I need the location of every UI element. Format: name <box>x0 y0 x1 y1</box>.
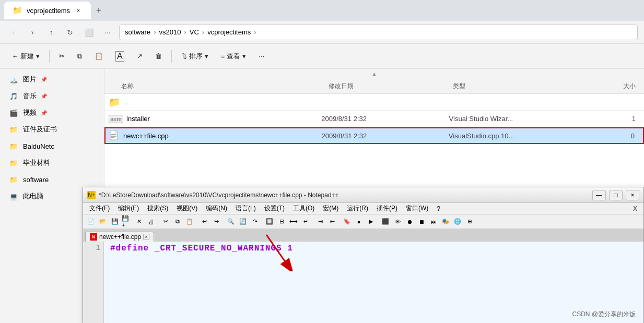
npp-zoom-out-btn[interactable]: ⊟ <box>276 216 287 228</box>
rename-icon: A <box>115 51 124 62</box>
npp-paste-btn[interactable]: 📋 <box>184 216 195 228</box>
npp-saveall-btn[interactable]: 💾+ <box>121 216 133 228</box>
code-content[interactable]: #define _CRT_SECURE_NO_WARNINGS 1 <box>104 242 643 323</box>
up-btn[interactable]: ↑ <box>44 25 58 40</box>
sidebar-item-music[interactable]: 🎵 音乐 📌 <box>2 88 102 104</box>
tab-close-btn[interactable]: × <box>74 6 83 15</box>
npp-bookmark-btn[interactable]: 🔖 <box>341 216 353 228</box>
npp-record-btn[interactable]: ⏺ <box>404 216 415 228</box>
software-label: software <box>23 176 49 184</box>
npp-wrap-btn[interactable]: ↵ <box>300 216 311 228</box>
header-size[interactable]: 大小 <box>608 82 640 91</box>
menu-help[interactable]: ? <box>432 204 444 213</box>
sidebar-item-pictures[interactable]: 🏔️ 图片 📌 <box>2 71 102 88</box>
more-btn[interactable]: ··· <box>253 48 270 65</box>
header-name[interactable]: 名称 <box>109 82 329 91</box>
delete-icon: 🗑 <box>155 52 162 60</box>
breadcrumb-vc[interactable]: VC <box>190 28 199 36</box>
menu-search[interactable]: 搜索(S) <box>143 203 172 214</box>
view-btn[interactable]: ≡ 查看 ▾ <box>216 48 252 65</box>
copy-btn[interactable]: ⧉ <box>72 48 87 65</box>
sep-1 <box>49 50 50 63</box>
notepad-tab-bar: N newc++file.cpp × <box>83 229 643 242</box>
sidebar-item-software[interactable]: 📁 software <box>2 171 102 188</box>
menu-run[interactable]: 运行(R) <box>343 203 372 214</box>
active-tab[interactable]: 📁 vcprojectitems × <box>4 2 91 19</box>
npp-open-btn[interactable]: 📂 <box>97 216 109 228</box>
paste-btn[interactable]: 📋 <box>89 48 108 65</box>
file-date: 2009/8/31 2:32 <box>321 115 449 123</box>
minimize-btn[interactable]: — <box>592 190 606 200</box>
npp-extra4-btn[interactable]: 🎭 <box>440 216 451 228</box>
npp-extra5-btn[interactable]: 🌐 <box>452 216 463 228</box>
header-date[interactable]: 修改日期 <box>329 82 453 91</box>
collapse-handle[interactable]: ▲ <box>104 69 644 79</box>
sidebar-item-graduate[interactable]: 📁 毕业材料 <box>2 154 102 171</box>
menu-encode[interactable]: 编码(N) <box>202 203 231 214</box>
header-type[interactable]: 类型 <box>453 82 608 91</box>
rename-btn[interactable]: A <box>110 48 130 65</box>
breadcrumb-vs2010[interactable]: vs2010 <box>159 28 181 36</box>
breadcrumb-vcprojectitems[interactable]: vcprojectitems <box>207 28 251 36</box>
npp-save-btn[interactable]: 💾 <box>109 216 121 228</box>
npp-run-macro-btn[interactable]: ▶ <box>365 216 377 228</box>
table-row[interactable]: 📁 ... <box>104 94 644 111</box>
menu-lang[interactable]: 语言(L) <box>231 203 260 214</box>
npp-split-btn[interactable]: ⬛ <box>380 216 391 228</box>
npp-find-btn[interactable]: 🔍 <box>225 216 237 228</box>
new-btn[interactable]: ＋ 新建 ▾ <box>6 48 45 65</box>
npp-zoom-in-btn[interactable]: 🔲 <box>264 216 275 228</box>
notepad-title-text: *D:\LeStoreDownload\software\vs2010\VC\v… <box>99 192 589 199</box>
view-icon: ≡ <box>221 52 225 60</box>
close-btn[interactable]: × <box>626 190 639 200</box>
breadcrumb-software[interactable]: software <box>125 28 150 36</box>
file-name-cell: asm installer <box>109 115 321 123</box>
refresh-btn[interactable]: ↻ <box>63 25 77 40</box>
sidebar-item-video[interactable]: 🎬 视频 📌 <box>2 104 102 121</box>
npp-sync-btn[interactable]: ⟷ <box>288 216 299 228</box>
npp-close-btn[interactable]: ✕ <box>133 216 145 228</box>
npp-goto-btn[interactable]: ↷ <box>249 216 261 228</box>
sort-btn[interactable]: ⇅ 排序 ▾ <box>176 48 214 65</box>
npp-new-btn[interactable]: 📄 <box>85 216 97 228</box>
npp-redo-btn[interactable]: ↪ <box>210 216 222 228</box>
menu-file[interactable]: 文件(F) <box>85 203 114 214</box>
cut-btn[interactable]: ✂ <box>54 48 70 65</box>
npp-extra3-btn[interactable]: ⏭ <box>428 216 439 228</box>
share-btn[interactable]: ↗ <box>132 48 148 65</box>
npp-copy-btn[interactable]: ⧉ <box>172 216 183 228</box>
npp-extra6-btn[interactable]: ⊕ <box>464 216 475 228</box>
delete-btn[interactable]: 🗑 <box>150 48 167 65</box>
table-row[interactable]: asm installer 2009/8/31 2:32 Visual Stud… <box>104 111 644 127</box>
npp-cut-btn[interactable]: ✂ <box>160 216 171 228</box>
menu-close-x[interactable]: X <box>629 204 641 213</box>
back-btn[interactable]: ‹ <box>6 25 21 40</box>
npp-extra2-btn[interactable]: ⏹ <box>416 216 427 228</box>
npp-extra1-btn[interactable]: 👁 <box>392 216 403 228</box>
red-arrow <box>256 230 298 273</box>
npp-undo-btn[interactable]: ↩ <box>198 216 210 228</box>
ellipsis-btn[interactable]: ··· <box>100 25 115 40</box>
npp-tab-close-btn[interactable]: × <box>143 234 149 240</box>
menu-edit[interactable]: 编辑(E) <box>114 203 143 214</box>
menu-tools[interactable]: 工具(O) <box>289 203 319 214</box>
npp-outdent-btn[interactable]: ⇤ <box>326 216 338 228</box>
npp-tab-file[interactable]: N newc++file.cpp × <box>85 232 154 242</box>
maximize-btn[interactable]: □ <box>609 190 623 200</box>
npp-indent-btn[interactable]: ⇥ <box>314 216 326 228</box>
npp-print-btn[interactable]: 🖨 <box>145 216 157 228</box>
table-row[interactable]: newc++file.cpp 2009/8/31 2:32 VisualStud… <box>104 127 644 144</box>
menu-settings[interactable]: 设置(T) <box>260 203 289 214</box>
sidebar-item-certs[interactable]: 📁 证件及证书 <box>2 121 102 138</box>
address-box[interactable]: software › vs2010 › VC › vcprojectitems … <box>119 25 638 40</box>
menu-macro[interactable]: 宏(M) <box>319 203 343 214</box>
forward-btn[interactable]: › <box>25 25 40 40</box>
menu-plugins[interactable]: 插件(P) <box>372 203 402 214</box>
menu-view[interactable]: 视图(V) <box>172 203 202 214</box>
npp-macro-btn[interactable]: ● <box>353 216 365 228</box>
monitor-btn[interactable]: ⬜ <box>81 25 96 40</box>
menu-window[interactable]: 窗口(W) <box>402 203 432 214</box>
npp-replace-btn[interactable]: 🔄 <box>237 216 249 228</box>
new-tab-btn[interactable]: + <box>91 3 107 18</box>
sidebar-item-baidu[interactable]: 📁 BaiduNetc <box>2 138 102 154</box>
